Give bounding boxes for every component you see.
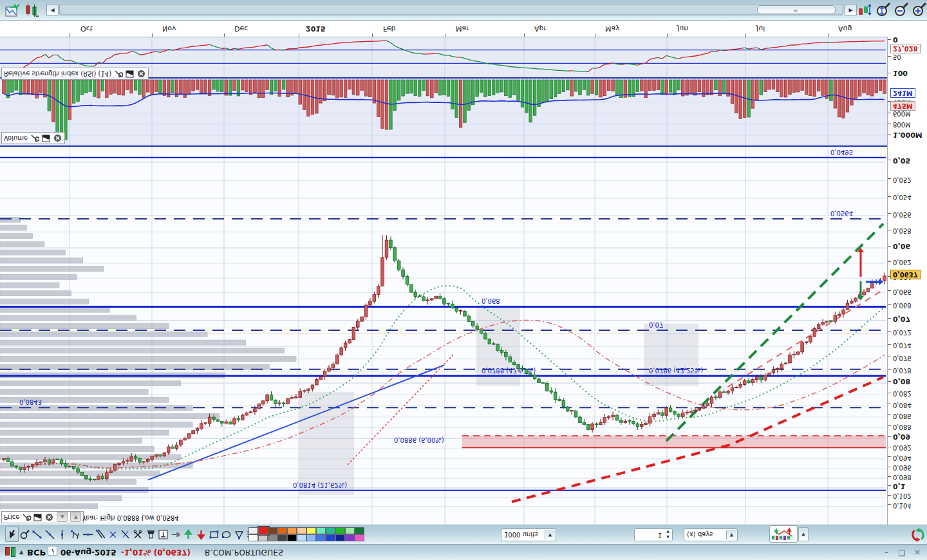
minimize-button[interactable]: –: [881, 547, 892, 557]
color-swatch[interactable]: [277, 534, 287, 541]
color-swatch[interactable]: [258, 534, 268, 541]
ellipse-tool[interactable]: [220, 526, 233, 542]
price-axis-tick: [888, 318, 891, 319]
units-combo-caret[interactable]: ▼: [545, 530, 555, 540]
volume-chart-canvas[interactable]: [0, 79, 887, 145]
line-tool[interactable]: [43, 526, 57, 542]
move-pane-up-button[interactable]: ▲: [57, 512, 68, 523]
info-icon[interactable]: i: [48, 545, 57, 557]
color-swatch[interactable]: [268, 527, 277, 534]
symbol-label[interactable]: BCP: [27, 546, 46, 558]
wrench-icon[interactable]: [114, 70, 123, 78]
contract-tool[interactable]: [106, 526, 120, 542]
color-palette[interactable]: [248, 527, 364, 541]
cursor-tool[interactable]: [5, 526, 19, 542]
color-swatch[interactable]: [355, 527, 364, 534]
pane-divider[interactable]: [0, 145, 887, 147]
date-axis-label: Mar: [456, 24, 469, 33]
pane-style-icon[interactable]: [126, 70, 135, 78]
price-chart-canvas[interactable]: 0,0886 (6,00%)0,04950,05640,0680,070,078…: [0, 147, 887, 525]
zoom-fit-icon[interactable]: [876, 2, 891, 17]
text-tool[interactable]: [156, 526, 170, 542]
price-axis-label: 0,09: [893, 433, 910, 441]
segment-tool[interactable]: [30, 526, 44, 542]
price-axis-tick: [888, 504, 891, 505]
units-combo[interactable]: 1000 units ▼: [501, 528, 556, 541]
price-axis-label: 0,086: [893, 413, 912, 420]
symbol-dropdown-caret[interactable]: ▼: [19, 546, 23, 558]
color-swatch[interactable]: [326, 534, 335, 541]
color-swatch[interactable]: [306, 527, 316, 534]
date-axis[interactable]: OctNovDec2015FebMarAprMayJunJulAug: [0, 20, 887, 37]
time-scrollbar-track[interactable]: [59, 4, 843, 15]
price-axis-label: 0,082: [893, 390, 912, 397]
arrow-up-red-tool[interactable]: [194, 526, 208, 542]
volume-axis-tick: [888, 124, 891, 124]
time-scrollbar-thumb[interactable]: [757, 5, 836, 14]
color-swatch[interactable]: [335, 534, 345, 541]
zoom-in-icon[interactable]: [912, 2, 927, 17]
color-swatch[interactable]: [345, 527, 355, 534]
rsi-pane-title: Relative strength index (RSI) (14): [4, 70, 111, 77]
arrow-down-green-tool[interactable]: [182, 526, 195, 542]
svg-text:0,068: 0,068: [482, 297, 500, 304]
color-swatch[interactable]: [355, 534, 364, 541]
interval-combo-caret[interactable]: ▼: [726, 530, 736, 540]
color-swatch[interactable]: [306, 534, 316, 541]
price-axis-tick: [888, 381, 891, 382]
date-axis-label: Aug: [838, 24, 852, 33]
zoom-out-icon[interactable]: [894, 2, 909, 17]
price-axis-label: 0,092: [893, 444, 912, 451]
vertical-line-tool[interactable]: [55, 526, 69, 542]
split-adjust-icon[interactable]: [857, 2, 873, 17]
price-axis-tick: [888, 476, 891, 477]
pane-style-icon[interactable]: [33, 513, 42, 521]
close-button[interactable]: ×: [912, 547, 923, 557]
horizontal-line-tool[interactable]: [81, 526, 95, 542]
color-swatch[interactable]: [248, 534, 258, 541]
color-swatch[interactable]: [277, 527, 287, 534]
color-swatch[interactable]: [297, 527, 306, 534]
magnifier-tool[interactable]: [18, 526, 32, 542]
color-swatch[interactable]: [287, 534, 297, 541]
candle-tool-icon[interactable]: [24, 2, 40, 17]
chart-preview-button[interactable]: [769, 525, 798, 543]
pane-style-icon[interactable]: [42, 134, 51, 142]
arrow-right-gray-tool[interactable]: [169, 526, 183, 542]
stamp-tool[interactable]: [144, 526, 158, 542]
color-swatch[interactable]: [297, 534, 306, 541]
color-swatch[interactable]: [326, 527, 335, 534]
move-pane-down-button[interactable]: ▼: [70, 512, 81, 523]
color-swatch[interactable]: [335, 527, 345, 534]
color-swatch[interactable]: [316, 527, 326, 534]
wrench-icon[interactable]: [22, 513, 31, 521]
channel-tool[interactable]: [93, 526, 107, 542]
prt-refresh-icon[interactable]: [910, 528, 926, 543]
pitchfork-tool[interactable]: [68, 526, 82, 542]
scroll-right-button[interactable]: ▶: [845, 4, 857, 16]
color-swatch[interactable]: [287, 527, 297, 534]
color-swatch[interactable]: [248, 527, 258, 534]
chart-preview-caret[interactable]: ▼: [798, 527, 809, 541]
rectangle-tool[interactable]: [207, 526, 221, 542]
price-axis-tick: [888, 486, 891, 487]
maximize-button[interactable]: ❒: [896, 547, 908, 557]
interval-spinner-arrows[interactable]: ▲▼: [664, 529, 672, 541]
rsi-axis-label: 100: [893, 69, 908, 77]
interval-combo[interactable]: (x) days ▼: [684, 528, 738, 541]
price-axis-label: 0,088: [893, 424, 912, 431]
close-pane-icon[interactable]: [45, 513, 54, 521]
close-pane-icon[interactable]: [53, 134, 62, 142]
close-pane-icon[interactable]: [137, 70, 146, 78]
wrench-icon[interactable]: [30, 134, 39, 142]
color-swatch[interactable]: [345, 534, 355, 541]
triangle-tool[interactable]: [232, 526, 246, 542]
interval-stepper[interactable]: 1 ▲▼: [634, 528, 673, 541]
scroll-left-button[interactable]: ◀: [46, 4, 59, 16]
scissors-tool[interactable]: [131, 526, 145, 542]
value-axis-column[interactable]: 0,050,0520,0540,0560,0580,060,0620,0640,…: [887, 37, 927, 525]
chart-snapshot-icon[interactable]: [5, 2, 21, 17]
color-swatch[interactable]: [268, 534, 277, 541]
cross-line-tool[interactable]: [118, 526, 132, 542]
color-swatch[interactable]: [316, 534, 326, 541]
